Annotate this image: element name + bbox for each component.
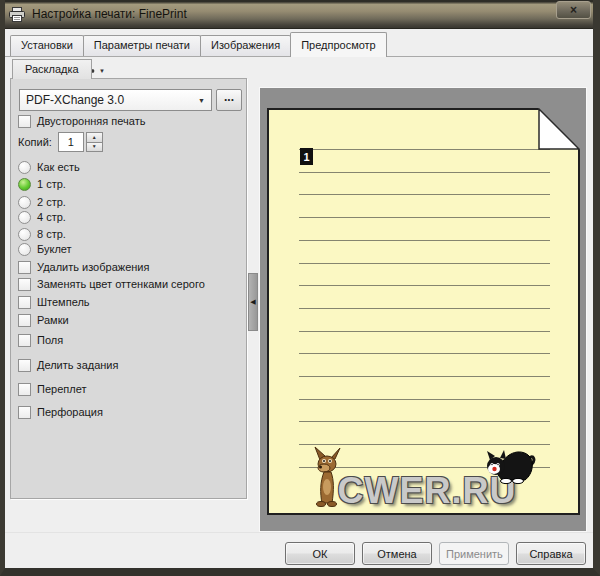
- checkbox-label: Поля: [37, 334, 63, 346]
- ok-button[interactable]: ОК: [285, 542, 355, 565]
- checkbox-polya[interactable]: Поля: [18, 332, 242, 348]
- splitter-handle[interactable]: ◀: [248, 273, 258, 331]
- checkbox-label: Рамки: [37, 314, 69, 326]
- watermark: CWER.RU: [269, 445, 578, 507]
- checkbox-pereplet[interactable]: Переплет: [18, 381, 242, 397]
- checkbox-icon: [18, 296, 31, 309]
- radio-icon: [18, 228, 31, 241]
- radio-label: 1 стр.: [37, 178, 66, 190]
- tab-predprosmotr[interactable]: Предпросмотр: [290, 32, 387, 57]
- tab-izobrazheniya[interactable]: Изображения: [200, 35, 291, 56]
- checkbox-label: Удалить изображения: [37, 261, 149, 273]
- tab-parametry-pechati[interactable]: Параметры печати: [83, 35, 201, 56]
- tab-raskladka[interactable]: Раскладка: [12, 59, 92, 79]
- printer-select[interactable]: PDF-XChange 3.0 ▼: [19, 89, 212, 111]
- print-setup-dialog: Настройка печати: FinePrint × Установки …: [0, 0, 600, 576]
- cat-cartoon-icon: [484, 439, 536, 485]
- dialog-client-area: Установки Параметры печати Изображения П…: [5, 29, 593, 568]
- checkbox-label: Делить задания: [37, 359, 118, 371]
- preview-page: 1: [267, 108, 580, 515]
- checkbox-icon: [18, 278, 31, 291]
- help-button[interactable]: Справка: [516, 542, 586, 565]
- checkbox-shtempel[interactable]: Штемпель: [18, 294, 242, 310]
- checkbox-delit-zadaniya[interactable]: Делить задания: [18, 357, 242, 373]
- radio-8-str[interactable]: 8 стр.: [18, 226, 242, 242]
- checkbox-label: Штемпель: [37, 296, 90, 308]
- radio-label: 8 стр.: [37, 228, 66, 240]
- checkbox-zamenyat-tsvet[interactable]: Заменять цвет оттенками серого: [18, 276, 242, 292]
- duplex-checkbox[interactable]: Двусторонняя печать: [18, 113, 242, 129]
- checkbox-icon: [18, 383, 31, 396]
- checkbox-icon: [18, 261, 31, 274]
- page-fold-corner: [538, 108, 580, 150]
- copies-input[interactable]: 1: [58, 132, 84, 152]
- preview-area: 1: [259, 87, 587, 532]
- page-number-badge: 1: [300, 148, 313, 165]
- checkbox-udalit-izobrazheniya[interactable]: Удалить изображения: [18, 259, 242, 275]
- checkbox-icon: [18, 406, 31, 419]
- apply-button[interactable]: Применить: [439, 542, 509, 565]
- close-button[interactable]: ×: [556, 1, 591, 19]
- caret-down-icon: ▼: [99, 68, 105, 74]
- tab-bar: Установки Параметры печати Изображения П…: [5, 29, 593, 57]
- printer-select-value: PDF-XChange 3.0: [26, 93, 124, 107]
- spin-up-icon[interactable]: ▲: [86, 132, 103, 143]
- radio-icon: [18, 211, 31, 224]
- chevron-down-icon: ▼: [198, 97, 205, 104]
- duplex-label: Двусторонняя печать: [37, 115, 145, 127]
- footer-button-bar: ОК Отмена Применить Справка: [5, 532, 593, 568]
- radio-label: Буклет: [37, 243, 72, 255]
- radio-1-str[interactable]: 1 стр.: [18, 176, 242, 192]
- radio-label: 4 стр.: [37, 211, 66, 223]
- radio-label: Как есть: [37, 161, 80, 173]
- copies-stepper[interactable]: ▲ ▼: [86, 132, 103, 152]
- printer-select-row: PDF-XChange 3.0 ▼ ...: [19, 89, 242, 111]
- copies-label: Копий:: [18, 136, 52, 148]
- cancel-button[interactable]: Отмена: [362, 542, 432, 565]
- radio-icon: [18, 161, 31, 174]
- collapse-left-icon: ◀: [250, 298, 255, 306]
- checkbox-ramki[interactable]: Рамки: [18, 312, 242, 328]
- tab-ustanovki[interactable]: Установки: [10, 35, 84, 56]
- checkbox-icon: [18, 115, 31, 128]
- window-title: Настройка печати: FinePrint: [32, 7, 187, 21]
- radio-icon: [18, 243, 31, 256]
- checkbox-perforatsiya[interactable]: Перфорация: [18, 404, 242, 420]
- titlebar: Настройка печати: FinePrint ×: [0, 0, 600, 29]
- checkbox-icon: [18, 334, 31, 347]
- radio-buklet[interactable]: Буклет: [18, 241, 242, 257]
- checkbox-icon: [18, 314, 31, 327]
- radio-4-str[interactable]: 4 стр.: [18, 209, 242, 225]
- checkbox-icon: [18, 359, 31, 372]
- layout-panel: PDF-XChange 3.0 ▼ ... Двусторонняя печат…: [10, 78, 247, 499]
- radio-2-str[interactable]: 2 стр.: [18, 194, 242, 210]
- printer-properties-button[interactable]: ...: [216, 89, 242, 111]
- radio-icon: [18, 196, 31, 209]
- checkbox-label: Заменять цвет оттенками серого: [37, 278, 205, 290]
- close-icon: ×: [570, 4, 577, 16]
- radio-kak-est[interactable]: Как есть: [18, 159, 242, 175]
- radio-label: 2 стр.: [37, 196, 66, 208]
- checkbox-label: Переплет: [37, 383, 86, 395]
- copies-row: Копий: 1 ▲ ▼: [18, 131, 242, 153]
- checkbox-label: Перфорация: [37, 406, 103, 418]
- spin-down-icon[interactable]: ▼: [86, 143, 103, 153]
- printer-icon: [9, 7, 25, 22]
- radio-selected-icon: [18, 178, 31, 191]
